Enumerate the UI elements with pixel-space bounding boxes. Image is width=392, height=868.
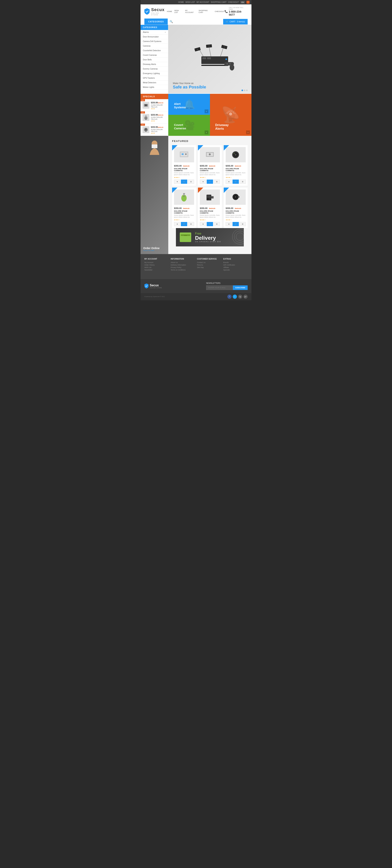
sidebar-item-metal-detectors[interactable]: Metal Detectors	[141, 81, 168, 85]
cat-tile-alert-systems[interactable]: 🔔 AlertSystems ›	[168, 94, 210, 115]
sidebar: CATEGORIES Alarms Door Announciator Came…	[141, 25, 168, 93]
sidebar-item-camera-drill[interactable]: Camera Drill Systems	[141, 39, 168, 44]
order-online-banner[interactable]: Order Online CLICK TO VISIT	[141, 136, 168, 254]
main-layout: CATEGORIES Alarms Door Announciator Came…	[141, 25, 251, 93]
cat-tile-covert-arrow[interactable]: ›	[205, 130, 208, 134]
top-nav-cart[interactable]: SHOPPING CART	[211, 1, 227, 3]
hero-dot-3[interactable]	[246, 90, 248, 91]
featured-header: FEATURED	[172, 140, 248, 143]
cart-button[interactable]: 🛒 CART: 3 item(s)	[223, 19, 248, 25]
sidebar-item-emergency-lighting[interactable]: Emergency Lighting	[141, 71, 168, 76]
hero-dot-2[interactable]	[244, 90, 245, 91]
product-stars-5: ★★★☆	[200, 219, 220, 221]
wishlist-btn-6[interactable]: ★	[226, 222, 232, 226]
googleplus-social-button[interactable]: g+	[244, 294, 248, 299]
special-item-2[interactable]: HOT $250.99$300.00 ALIQU DOLOR TELLUS ★★…	[141, 112, 168, 124]
compare-btn-4[interactable]: ⊞	[188, 222, 194, 226]
footer-link-terms[interactable]: Terms & Conditions	[171, 269, 195, 271]
footer-very-bottom: Powered by OpenCart © 2011 f t ig g+	[141, 293, 251, 300]
product-price-3: $355.00	[226, 165, 233, 167]
footer-link-myaccount[interactable]: My Account	[144, 261, 169, 264]
nav-wishlist-link[interactable]: WISH LIST	[174, 9, 183, 13]
product-actions-6: ★ 🛒 ⊞	[226, 222, 246, 226]
cart-btn-3[interactable]: 🛒	[232, 180, 239, 184]
sidebar-item-motion-lights[interactable]: Motion Lights	[141, 85, 168, 90]
special-price-3: $250.99	[151, 126, 158, 128]
footer-link-specials[interactable]: Specials	[223, 269, 248, 271]
categories-button[interactable]: CATEGORIES	[144, 19, 168, 25]
newsletter-input[interactable]	[206, 285, 233, 290]
product-actions-1: ★ 🛒 ⊞	[174, 180, 194, 184]
compare-btn-1[interactable]: ⊞	[188, 180, 194, 184]
footer-link-delivery-info[interactable]: Delivery Information	[171, 264, 195, 266]
footer-link-newsletter[interactable]: Newsletter	[144, 269, 169, 271]
twitter-social-button[interactable]: t	[233, 294, 237, 299]
wishlist-btn-2[interactable]: ★	[200, 180, 206, 184]
special-item-3[interactable]: HOT $250.99$300.00 ALIQU DOLOR TELLUS ★★…	[141, 124, 168, 136]
wishlist-btn-3[interactable]: ★	[226, 180, 232, 184]
nav-cart-link[interactable]: SHOPPING CART	[198, 9, 213, 13]
product-badge-3	[224, 145, 229, 151]
footer-link-privacy[interactable]: Privacy Policy	[171, 267, 195, 268]
sidebar-item-counterfeit[interactable]: Counterfeit Detection	[141, 48, 168, 53]
wishlist-btn-4[interactable]: ★	[174, 222, 180, 226]
footer-link-returns[interactable]: Returns	[197, 264, 221, 266]
sidebar-item-door-bells[interactable]: Door Bells	[141, 58, 168, 62]
footer-link-affiliate[interactable]: Affiliate	[223, 267, 248, 268]
footer-link-about[interactable]: About Us	[171, 261, 195, 264]
cart-btn-6[interactable]: 🛒	[232, 222, 239, 226]
language-button[interactable]: EN	[241, 1, 245, 4]
sidebar-item-covert-cameras[interactable]: Covert Cameras	[141, 53, 168, 58]
special-badge-2: HOT	[141, 112, 145, 114]
compare-btn-3[interactable]: ⊞	[240, 180, 246, 184]
sidebar-item-gps-trackers[interactable]: GPS Trackers	[141, 76, 168, 81]
instagram-social-button[interactable]: ig	[238, 294, 242, 299]
special-price-2: $250.99	[151, 114, 158, 116]
newsletter-subscribe-button[interactable]: SUBSCRIBE	[233, 285, 248, 290]
logo-sub: ONLINE STORE	[151, 12, 167, 16]
compare-btn-5[interactable]: ⊞	[214, 222, 220, 226]
cart-btn-2[interactable]: 🛒	[207, 180, 213, 184]
special-oldprice-3: $300.00	[158, 126, 163, 128]
compare-btn-6[interactable]: ⊞	[240, 222, 246, 226]
cart-btn-1[interactable]: 🛒	[181, 180, 187, 184]
compare-btn-2[interactable]: ⊞	[214, 180, 220, 184]
footer-link-giftcerts[interactable]: Gift Certificates	[223, 264, 248, 266]
nav-home-link[interactable]: HOME	[167, 10, 172, 12]
cat-tile-driveway-alerts[interactable]: 📡 DrivewayAlerts ›	[210, 94, 252, 136]
cat-tile-covert-cameras[interactable]: 🎥 CovertCameras ›	[168, 115, 210, 136]
nav-account-link[interactable]: MY ACCOUNT	[185, 9, 196, 13]
product-card-1: $355.00 $420.00 DOLORE IPSUM COMMITIS Do…	[172, 145, 196, 186]
top-nav-checkout[interactable]: CHECKOUT	[228, 1, 239, 3]
hero-dot-1[interactable]	[242, 90, 243, 91]
sidebar-item-dummy-cameras[interactable]: Dummy Cameras	[141, 67, 168, 71]
search-icon[interactable]: 🔍	[170, 20, 173, 23]
footer-link-contact[interactable]: Contact Us	[197, 261, 221, 264]
footer-link-orderhistory[interactable]: Order History	[144, 264, 169, 266]
logo[interactable]: Secux ONLINE STORE	[144, 7, 167, 16]
sidebar-item-cameras[interactable]: Cameras	[141, 44, 168, 48]
product-name-3: DOLORE IPSUM COMMITIS	[226, 168, 246, 172]
top-nav-wishlist[interactable]: WISH LIST	[186, 1, 195, 3]
sidebar-item-alarms[interactable]: Alarms	[141, 30, 168, 35]
wishlist-btn-5[interactable]: ★	[200, 222, 206, 226]
cat-tile-alert-arrow[interactable]: ›	[205, 110, 208, 113]
wishlist-btn-1[interactable]: ★	[174, 180, 180, 184]
footer-link-wishlist[interactable]: Wish List	[144, 267, 169, 268]
facebook-social-button[interactable]: f	[227, 294, 231, 299]
top-nav-myaccount[interactable]: MY ACCOUNT	[197, 1, 209, 3]
top-bar: HOME WISH LIST MY ACCOUNT SHOPPING CART …	[141, 0, 251, 4]
nav-checkout-link[interactable]: CHECKOUT	[215, 10, 224, 12]
footer-link-brands[interactable]: Brands	[223, 261, 248, 264]
product-actions-5: ★ 🛒 ⊞	[200, 222, 220, 226]
top-nav-home[interactable]: HOME	[178, 1, 184, 3]
cart-btn-4[interactable]: 🛒	[181, 222, 187, 226]
svg-rect-51	[207, 195, 211, 198]
cat-tile-driveway-arrow[interactable]: ›	[246, 130, 250, 134]
footer-link-sitemap[interactable]: Site Map	[197, 267, 221, 268]
special-item-1[interactable]: HOT $250.99$300.00 ALIQU DOLOR TELLUS ★★…	[141, 99, 168, 112]
product-card-2: $355.00 $420.00 DOLORE IPSUM COMMITIS Do…	[198, 145, 222, 186]
sidebar-item-door-announciator[interactable]: Door Announciator	[141, 35, 168, 39]
cart-btn-5[interactable]: 🛒	[207, 222, 213, 226]
sidebar-item-driveway-alerts[interactable]: Driveway Alerts	[141, 62, 168, 67]
